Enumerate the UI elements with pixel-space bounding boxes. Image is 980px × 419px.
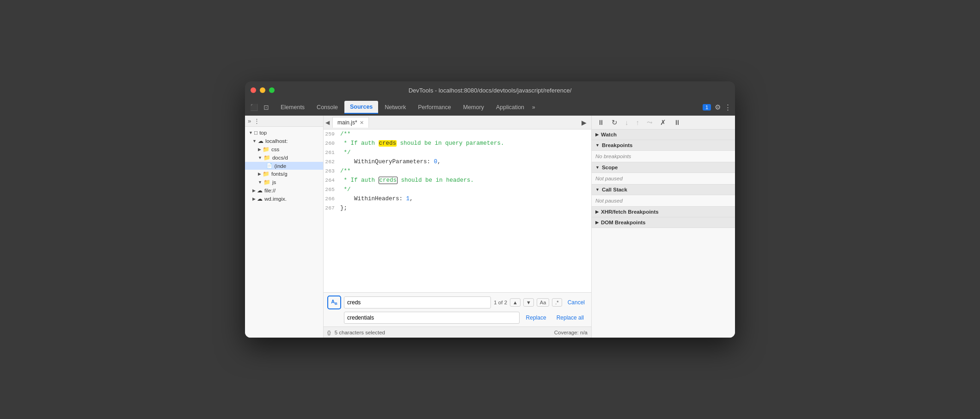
more-sidebar-icon[interactable]: ⋮ [254, 117, 260, 124]
code-line-264: 264 * If auth creds should be in headers… [324, 176, 591, 185]
editor-area: ◀ main.js* ✕ ▶ 259 /** 260 * If auth cre… [324, 116, 592, 338]
format-icon[interactable]: {} [327, 330, 331, 335]
code-editor[interactable]: 259 /** 260 * If auth creds should be in… [324, 129, 591, 292]
code-content: * If auth creds should be in headers. [340, 176, 474, 185]
folder-icon: □ [254, 129, 257, 136]
inspect-icon[interactable]: ⊡ [262, 102, 270, 112]
arrow-icon: ▶ [252, 188, 256, 193]
tab-console[interactable]: Console [311, 101, 343, 113]
tree-item-js[interactable]: ▼ 📁 js [245, 178, 323, 186]
tree-label: docs/d [272, 155, 288, 160]
scope-section-header[interactable]: ▼ Scope [592, 162, 735, 173]
tree-label: localhost: [265, 138, 288, 144]
breakpoints-section-header[interactable]: ▼ Breakpoints [592, 140, 735, 151]
regex-button[interactable]: .* [552, 298, 562, 307]
tree-label: (inde [275, 163, 287, 169]
call-stack-arrow-icon: ▼ [595, 187, 600, 192]
step-out-button[interactable]: ↑ [634, 117, 642, 127]
line-number: 260 [324, 139, 340, 148]
tree-item-index[interactable]: 📄 (inde [245, 162, 323, 170]
tree-label: fonts/g [271, 171, 288, 177]
call-stack-section-header[interactable]: ▼ Call Stack [592, 185, 735, 195]
find-replace-toggle[interactable]: AB [327, 296, 341, 309]
pause-on-exception-button[interactable]: ⏸ [672, 117, 682, 127]
call-stack-content: Not paused [592, 195, 735, 207]
tree-item-localhost[interactable]: ▼ ☁ localhost: [245, 137, 323, 145]
match-case-button[interactable]: Aa [537, 298, 549, 307]
replace-input[interactable] [344, 312, 520, 324]
scope-label: Scope [602, 165, 618, 170]
selected-text-status: 5 characters selected [335, 330, 385, 335]
tree-item-css[interactable]: ▶ 📁 css [245, 145, 323, 154]
tab-performance[interactable]: Performance [412, 101, 457, 113]
code-line-266: 266 WithinHeaders: 1, [324, 194, 591, 203]
tree-label: js [272, 179, 276, 185]
code-line-262: 262 WithinQueryParameters: 0, [324, 157, 591, 166]
cancel-find-button[interactable]: Cancel [565, 298, 588, 307]
tab-elements[interactable]: Elements [275, 101, 310, 113]
find-count: 1 of 2 [494, 300, 507, 305]
xhr-fetch-section-header[interactable]: ▶ XHR/fetch Breakpoints [592, 207, 735, 217]
tree-item-fonts[interactable]: ▶ 📁 fonts/g [245, 170, 323, 178]
watch-arrow-icon: ▶ [595, 132, 599, 137]
watch-section-header[interactable]: ▶ Watch [592, 129, 735, 140]
find-next-button[interactable]: ▼ [523, 298, 534, 307]
code-content: /** [340, 166, 351, 176]
code-line-260: 260 * If auth creds should be in query p… [324, 139, 591, 148]
step-over-button[interactable]: ↻ [610, 117, 619, 128]
tabs-right: 1 ⚙ ⋮ [703, 103, 731, 111]
find-input[interactable] [344, 296, 491, 308]
minimize-button[interactable] [260, 87, 265, 93]
tree-item-top[interactable]: ▼ □ top [245, 129, 323, 137]
find-prev-button[interactable]: ▲ [510, 298, 521, 307]
more-tabs-icon[interactable]: » [531, 103, 537, 112]
editor-back-icon[interactable]: ◀ [325, 119, 330, 126]
tabs-bar: ⬛ ⊡ Elements Console Sources Network Per… [245, 99, 735, 116]
code-content: WithinHeaders: 1, [340, 194, 413, 203]
tab-memory[interactable]: Memory [458, 101, 490, 113]
tree-label: wd.imgix. [264, 196, 287, 202]
file-tree-sidebar: » ⋮ ▼ □ top ▼ ☁ localhost: ▶ 📁 css [245, 116, 324, 338]
tab-application[interactable]: Application [490, 101, 530, 113]
dom-breakpoints-label: DOM Breakpoints [601, 220, 646, 225]
no-breakpoints-text: No breakpoints [595, 154, 631, 159]
find-replace-bar: AB 1 of 2 ▲ ▼ Aa .* Cancel Replace Repla… [324, 292, 591, 327]
settings-icon[interactable]: ⚙ [715, 103, 721, 111]
editor-tab-close[interactable]: ✕ [360, 120, 364, 126]
notification-badge: 1 [703, 104, 711, 111]
cloud-icon: ☁ [258, 138, 263, 144]
editor-tab-main[interactable]: main.js* ✕ [332, 117, 369, 128]
scope-not-paused-text: Not paused [595, 176, 623, 181]
tab-network[interactable]: Network [379, 101, 411, 113]
code-line-259: 259 /** [324, 129, 591, 139]
arrow-icon: ▶ [258, 172, 261, 176]
more-menu-icon[interactable]: ⋮ [724, 103, 731, 111]
cursor-icon[interactable]: ⬛ [249, 102, 259, 112]
tree-item-docs[interactable]: ▼ 📁 docs/d [245, 154, 323, 162]
pause-button[interactable]: ⏸ [595, 117, 606, 127]
step-button[interactable]: ⤳ [645, 117, 655, 128]
close-button[interactable] [251, 87, 256, 93]
step-into-button[interactable]: ↓ [623, 117, 631, 127]
xhr-arrow-icon: ▶ [595, 210, 599, 214]
replace-all-button[interactable]: Replace all [553, 314, 588, 322]
debug-toolbar: ⏸ ↻ ↓ ↑ ⤳ ✗ ⏸ [592, 116, 735, 129]
tree-item-file[interactable]: ▶ ☁ file:// [245, 186, 323, 195]
maximize-button[interactable] [269, 87, 275, 93]
arrow-icon: ▼ [252, 139, 257, 143]
tree-label: file:// [264, 188, 276, 193]
tab-sources[interactable]: Sources [344, 101, 378, 114]
tree-item-wd[interactable]: ▶ ☁ wd.imgix. [245, 195, 323, 203]
dom-breakpoints-section-header[interactable]: ▶ DOM Breakpoints [592, 217, 735, 228]
collapse-icon[interactable]: » [248, 117, 251, 124]
deactivate-breakpoints-button[interactable]: ✗ [658, 117, 668, 128]
highlight-creds: creds [379, 140, 397, 147]
arrow-icon: ▶ [252, 197, 256, 201]
status-bar: {} 5 characters selected Coverage: n/a [324, 327, 591, 338]
replace-button[interactable]: Replace [522, 314, 550, 322]
folder-icon: 📁 [263, 171, 270, 177]
replace-row: Replace Replace all [327, 312, 588, 324]
arrow-icon: ▼ [249, 130, 253, 135]
run-icon[interactable]: ▶ [579, 119, 589, 126]
file-tree: ▼ □ top ▼ ☁ localhost: ▶ 📁 css ▼ 📁 [245, 127, 323, 205]
